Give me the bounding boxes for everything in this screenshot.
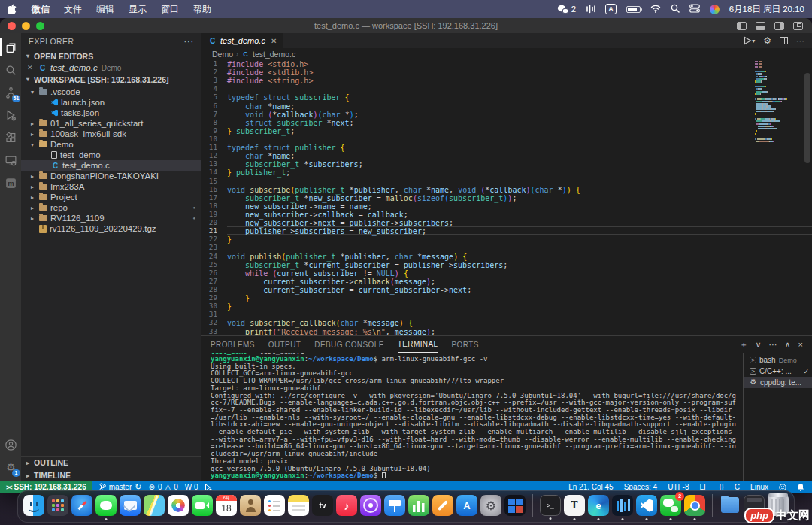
- menu-edit[interactable]: 编辑: [96, 3, 114, 16]
- dock-maps-icon[interactable]: [144, 495, 165, 516]
- dock-calendar-icon[interactable]: 6月18: [216, 495, 237, 516]
- activity-m-extension-icon[interactable]: m: [0, 171, 21, 194]
- control-center-icon[interactable]: [689, 4, 700, 14]
- dock-contacts-icon[interactable]: [240, 495, 261, 516]
- color-app-status-icon[interactable]: [710, 5, 720, 14]
- dock-mail-icon[interactable]: [120, 495, 141, 516]
- close-panel-icon[interactable]: ×: [798, 340, 803, 349]
- dock-photos-icon[interactable]: [168, 495, 189, 516]
- run-settings-gear-icon[interactable]: ⚙: [763, 35, 771, 46]
- dock-windows-app-icon[interactable]: [504, 495, 526, 516]
- battery-icon[interactable]: [626, 6, 641, 13]
- open-editor-item[interactable]: ✕ C test_demo.c Demo: [21, 62, 201, 73]
- dock-launchpad-icon[interactable]: [47, 495, 68, 516]
- input-method-icon[interactable]: A: [605, 4, 617, 14]
- tree-item[interactable]: ▸Project: [21, 192, 201, 202]
- terminal-list-item[interactable]: >C/C++: ...✓: [744, 366, 812, 377]
- tree-item[interactable]: test_demo: [21, 150, 201, 160]
- panel-tab-debug-console[interactable]: DEBUG CONSOLE: [314, 336, 383, 353]
- more-actions-icon[interactable]: ⋯: [796, 36, 804, 46]
- dock-music-icon[interactable]: ♪: [336, 495, 357, 516]
- explorer-more-actions[interactable]: ···: [184, 37, 195, 46]
- dock-notes-icon[interactable]: [288, 495, 309, 516]
- dock-keynote-icon[interactable]: [384, 495, 405, 516]
- zoom-window-button[interactable]: [36, 22, 44, 30]
- terminal-list-item[interactable]: >bashDemo: [744, 354, 812, 366]
- dock-pages-icon[interactable]: [432, 495, 453, 516]
- toggle-sidebar-icon[interactable]: [737, 22, 747, 30]
- panel-tab-problems[interactable]: PROBLEMS: [211, 336, 255, 353]
- dock-settings-icon[interactable]: ⚙: [480, 495, 501, 516]
- spotlight-search-icon[interactable]: [671, 4, 680, 14]
- minimap[interactable]: [755, 61, 801, 143]
- activity-run-debug-icon[interactable]: [0, 104, 21, 126]
- tree-item[interactable]: ▾.vscode: [21, 86, 201, 97]
- panel-tab-ports[interactable]: PORTS: [452, 336, 479, 353]
- tree-item[interactable]: ▸repo●: [21, 202, 201, 213]
- tab-close-icon[interactable]: ✕: [271, 37, 277, 45]
- toggle-secondary-sidebar-icon[interactable]: [774, 22, 784, 30]
- tree-item[interactable]: launch.json: [21, 97, 201, 108]
- activity-extensions-icon[interactable]: [0, 126, 21, 149]
- activity-files-icon[interactable]: [0, 36, 21, 59]
- dock-toolbox-app-icon[interactable]: [612, 495, 633, 516]
- code-editor[interactable]: 1#include <stdio.h>2#include <stdlib.h>3…: [201, 59, 812, 335]
- dock-podcasts-icon[interactable]: [360, 495, 381, 516]
- dock-appletv-icon[interactable]: tv: [312, 495, 333, 516]
- dock-reminders-icon[interactable]: [264, 495, 285, 516]
- tree-item[interactable]: ▸100ask_imx6ull-sdk: [21, 129, 201, 139]
- menu-help[interactable]: 帮助: [193, 3, 211, 16]
- bars-status-icon[interactable]: [586, 4, 595, 15]
- dock-vscode-icon[interactable]: [636, 495, 657, 516]
- wifi-icon[interactable]: [650, 5, 661, 14]
- menu-window[interactable]: 窗口: [161, 3, 179, 16]
- menu-app-name[interactable]: 微信: [32, 3, 50, 16]
- open-editors-header[interactable]: ▾ OPEN EDITORS: [21, 50, 201, 62]
- tree-item[interactable]: ▸01_all_series_quickstart: [21, 118, 201, 129]
- run-c-file-icon[interactable]: ▾: [743, 36, 755, 45]
- dock-facetime-icon[interactable]: [192, 495, 213, 516]
- editor-scrollbar[interactable]: [802, 59, 812, 335]
- dock-typora-icon[interactable]: T: [564, 495, 585, 516]
- activity-search-icon[interactable]: [0, 59, 21, 81]
- close-window-button[interactable]: [8, 22, 16, 30]
- panel-tab-terminal[interactable]: TERMINAL: [398, 336, 438, 353]
- dock-edge-icon[interactable]: e: [588, 495, 609, 516]
- tree-item[interactable]: ▸DongshanPiOne-TAKOYAKI: [21, 171, 201, 181]
- customize-layout-icon[interactable]: [793, 22, 803, 30]
- close-icon[interactable]: ✕: [27, 64, 35, 71]
- activity-settings-gear-icon[interactable]: ⚙1: [0, 456, 21, 478]
- apple-menu-icon[interactable]: [8, 4, 17, 15]
- more-actions-icon[interactable]: ⋯: [769, 340, 777, 350]
- feedback-icon[interactable]: [779, 484, 786, 491]
- timeline-header[interactable]: ▸ TIMELINE: [21, 469, 201, 481]
- tree-item[interactable]: Ctest_demo.c: [21, 160, 201, 171]
- minimize-window-button[interactable]: [22, 22, 30, 30]
- debug-status-icon[interactable]: [205, 484, 212, 491]
- dock-chrome-icon[interactable]: [684, 495, 705, 516]
- new-terminal-icon[interactable]: ＋: [739, 339, 747, 351]
- breadcrumb-folder[interactable]: Demo: [212, 50, 233, 59]
- split-editor-icon[interactable]: [780, 37, 788, 44]
- activity-remote-explorer-icon[interactable]: [0, 149, 21, 171]
- dock-downloads-folder-icon[interactable]: [720, 495, 741, 516]
- tree-item[interactable]: tasks.json: [21, 108, 201, 118]
- tree-item[interactable]: ▸Imx283A: [21, 181, 201, 192]
- tree-item[interactable]: ▸RV1126_1109●: [21, 213, 201, 223]
- terminal-dropdown-icon[interactable]: ∨: [755, 340, 761, 350]
- window-title-bar[interactable]: test_demo.c — workspace [SSH: 192.168.31…: [0, 18, 812, 33]
- outline-header[interactable]: ▸ OUTLINE: [21, 456, 201, 469]
- menu-bar-clock[interactable]: 6月18日 周日 20:10: [729, 4, 804, 15]
- toggle-panel-icon[interactable]: [756, 22, 765, 30]
- tab-test-demo-c[interactable]: C test_demo.c ✕: [201, 33, 284, 48]
- terminal-list-item[interactable]: ⚙cppdbg: te...: [744, 377, 812, 388]
- menu-view[interactable]: 显示: [129, 3, 147, 16]
- breadcrumb-file[interactable]: test_demo.c: [253, 50, 295, 59]
- dock-messages-icon[interactable]: [95, 495, 117, 516]
- dock-terminal-icon[interactable]: >_: [540, 495, 561, 516]
- workspace-header[interactable]: ▾ WORKSPACE [SSH: 192.168.31.226]: [21, 73, 201, 86]
- dock-numbers-icon[interactable]: [408, 495, 429, 516]
- dock-safari-icon[interactable]: [71, 495, 92, 516]
- panel-tab-output[interactable]: OUTPUT: [268, 336, 301, 353]
- dock-appstore-icon[interactable]: A: [456, 495, 477, 516]
